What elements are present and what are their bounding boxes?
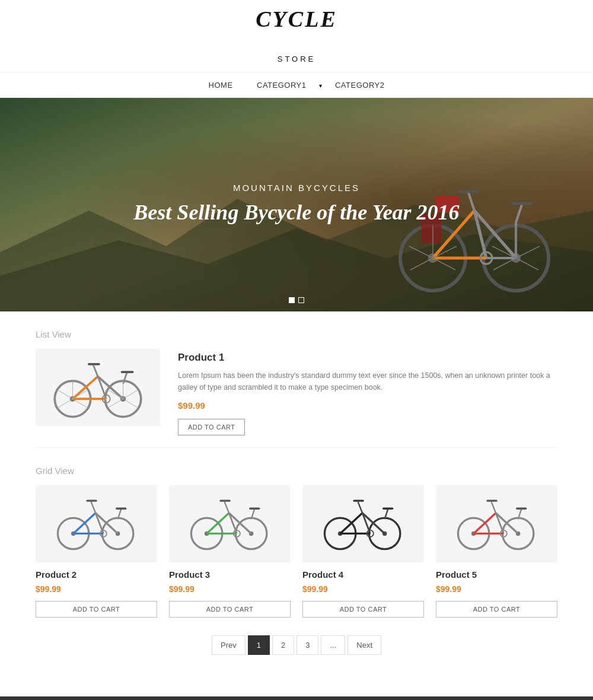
list-product-1-image — [36, 349, 160, 426]
svg-line-51 — [109, 399, 123, 407]
svg-line-37 — [93, 365, 98, 376]
hero-title: Best Selling Bycycle of the Year 2016 — [133, 199, 459, 227]
hero-subtitle: MOUNTAIN BYCYCLES — [133, 183, 459, 193]
grid-product-2-image — [36, 485, 157, 562]
grid-product-5: Product 5 $99.99 ADD TO CART — [436, 485, 557, 618]
svg-line-46 — [59, 399, 73, 407]
pagination: Prev 1 2 3 ... Next — [36, 635, 557, 655]
svg-line-25 — [516, 246, 540, 258]
grid-product-2-name: Product 2 — [36, 569, 157, 580]
hero-text: MOUNTAIN BYCYCLES Best Selling Bycycle o… — [133, 183, 459, 227]
navigation: HOME CATEGORY1▾ CATEGORY2 — [0, 72, 593, 98]
list-product-1-add-to-cart[interactable]: ADD TO CART — [178, 419, 245, 435]
logo[interactable]: CycleSTORE — [0, 6, 593, 63]
svg-line-69 — [206, 513, 229, 533]
svg-line-45 — [73, 399, 87, 407]
hero-bicycle — [391, 157, 557, 300]
dropdown-arrow: ▾ — [319, 82, 322, 89]
list-product-1-name: Product 1 — [178, 352, 557, 364]
list-product-1: Product 1 Lorem Ipsum has been the indus… — [36, 349, 557, 448]
svg-line-33 — [73, 376, 98, 399]
grid-product-4-add-to-cart[interactable]: ADD TO CART — [302, 601, 424, 618]
nav-category1[interactable]: CATEGORY1 — [257, 81, 306, 90]
grid-product-5-image — [436, 485, 557, 562]
svg-line-23 — [410, 258, 433, 270]
header: CycleSTORE — [0, 0, 593, 72]
grid-product-4: Product 4 $99.99 ADD TO CART — [302, 485, 424, 618]
svg-line-86 — [358, 502, 362, 513]
grid-product-3-image — [169, 485, 291, 562]
main-content: List View — [0, 311, 593, 696]
list-view-title: List View — [36, 329, 557, 339]
pagination-page-2[interactable]: 2 — [272, 635, 294, 655]
hero-banner: MOUNTAIN BYCYCLES Best Selling Bycycle o… — [0, 98, 593, 311]
nav-category2[interactable]: CATEGORY2 — [335, 81, 384, 90]
pagination-next[interactable]: Next — [347, 635, 381, 655]
grid-product-4-name: Product 4 — [302, 569, 424, 580]
footer: Joomla Template Designed With TemplateTo… — [0, 696, 593, 700]
svg-line-22 — [409, 246, 433, 258]
grid-products: Product 2 $99.99 ADD TO CART — [36, 485, 557, 618]
grid-product-5-price: $99.99 — [436, 584, 557, 594]
pagination-ellipsis: ... — [321, 635, 345, 655]
grid-product-5-add-to-cart[interactable]: ADD TO CART — [436, 601, 557, 618]
grid-product-3-add-to-cart[interactable]: ADD TO CART — [169, 601, 291, 618]
grid-product-5-name: Product 5 — [436, 569, 557, 580]
svg-line-60 — [91, 502, 95, 513]
list-product-1-info: Product 1 Lorem Ipsum has been the indus… — [178, 349, 557, 435]
grid-product-4-price: $99.99 — [302, 584, 424, 594]
list-product-1-price: $99.99 — [178, 400, 557, 411]
hero-dot-2[interactable] — [298, 297, 304, 303]
svg-line-48 — [123, 390, 138, 399]
grid-product-2-add-to-cart[interactable]: ADD TO CART — [36, 601, 157, 618]
grid-product-3: Product 3 $99.99 ADD TO CART — [169, 485, 291, 618]
grid-product-3-price: $99.99 — [169, 584, 291, 594]
hero-dots — [289, 297, 304, 303]
grid-product-2: Product 2 $99.99 ADD TO CART — [36, 485, 157, 618]
pagination-prev[interactable]: Prev — [212, 635, 246, 655]
svg-line-95 — [473, 513, 496, 533]
svg-line-73 — [224, 502, 229, 513]
svg-line-21 — [433, 258, 455, 270]
pagination-page-1[interactable]: 1 — [248, 635, 270, 655]
grid-product-3-name: Product 3 — [169, 569, 291, 580]
hero-dot-1[interactable] — [289, 297, 295, 303]
svg-line-28 — [493, 258, 516, 270]
svg-line-82 — [340, 513, 362, 533]
list-product-1-desc: Lorem Ipsum has been the industry's stan… — [178, 370, 557, 393]
svg-line-99 — [491, 502, 496, 513]
svg-line-11 — [468, 193, 474, 211]
grid-view-title: Grid View — [36, 466, 557, 476]
grid-product-2-price: $99.99 — [36, 584, 157, 594]
svg-line-56 — [73, 513, 95, 533]
svg-line-13 — [516, 205, 522, 222]
svg-line-44 — [59, 390, 73, 399]
nav-home[interactable]: HOME — [209, 81, 233, 90]
pagination-page-3[interactable]: 3 — [296, 635, 318, 655]
svg-line-50 — [123, 399, 138, 407]
svg-line-26 — [516, 258, 538, 270]
grid-product-4-image — [302, 485, 424, 562]
